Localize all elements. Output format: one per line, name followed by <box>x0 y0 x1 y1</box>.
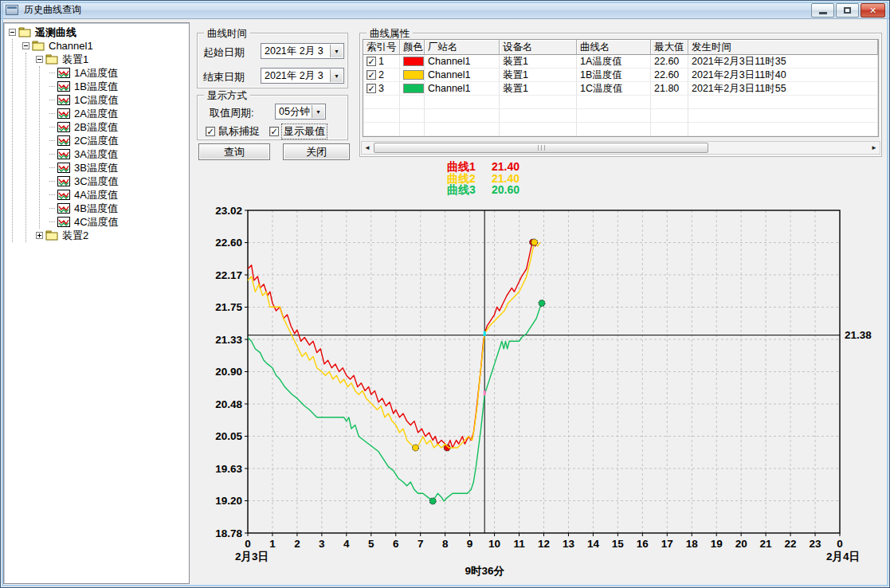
table-row[interactable]: ✓1Channel1装置11A温度值22.602021年2月3日11时35 <box>363 55 878 69</box>
axis-ticks <box>245 210 840 536</box>
history-curve-chart[interactable]: 18.7819.2019.6320.0520.4820.9021.3321.75… <box>202 198 890 587</box>
close-button[interactable]: ✕ <box>861 3 885 18</box>
table-header-曲线名[interactable]: 曲线名 <box>577 40 651 55</box>
show-extremes-option[interactable]: ✓ 显示最值 <box>269 124 327 139</box>
curve-icon <box>57 217 70 227</box>
tree-item-装置2[interactable]: 装置2 <box>36 229 189 242</box>
curve-value-legend: 曲线121.40曲线221.40曲线320.60 <box>447 161 519 196</box>
tree-connector <box>49 208 55 209</box>
tree-item-3A温度值[interactable]: 3A温度值 <box>49 147 189 161</box>
table-header-最大值[interactable]: 最大值 <box>651 40 688 55</box>
table-header-厂站名[interactable]: 厂站名 <box>425 40 500 55</box>
scroll-right-arrow-icon[interactable]: ► <box>868 142 880 154</box>
legend-curve-name: 曲线2 <box>447 173 492 185</box>
table-header-发生时间[interactable]: 发生时间 <box>688 40 878 55</box>
row-device-cell: 装置1 <box>500 55 577 69</box>
table-header-颜色[interactable]: 颜色 <box>400 40 425 55</box>
curve-color-swatch <box>403 84 424 93</box>
period-label: 取值周期: <box>210 106 254 120</box>
row-device-cell: 装置1 <box>500 82 577 96</box>
close-dialog-button[interactable]: 关闭 <box>283 143 350 160</box>
tree-item-2C温度值[interactable]: 2C温度值 <box>49 134 189 147</box>
row-checkbox[interactable]: ✓ <box>367 84 376 93</box>
svg-text:0: 0 <box>837 538 843 550</box>
tree-item-Channel1[interactable]: Channel1 <box>22 39 189 53</box>
tree-item-4C温度值[interactable]: 4C温度值 <box>49 215 189 229</box>
show-extremes-checkbox[interactable]: ✓ <box>269 127 279 136</box>
table-horizontal-scrollbar[interactable]: ◄ ► <box>361 141 880 155</box>
row-index-cell[interactable]: ✓1 <box>363 55 400 69</box>
svg-text:2: 2 <box>294 538 300 550</box>
crosshair-time-label: 9时36分 <box>465 565 504 577</box>
svg-text:11: 11 <box>513 538 525 550</box>
restore-button[interactable] <box>836 3 859 18</box>
end-date-label: 结束日期 <box>203 70 245 84</box>
curve-icon <box>57 122 70 132</box>
row-color-cell <box>400 82 425 96</box>
curve-icon <box>57 81 70 92</box>
start-date-dropdown-arrow-icon[interactable]: ▼ <box>330 45 343 57</box>
tree-item-2A温度值[interactable]: 2A温度值 <box>49 107 189 120</box>
minimize-button[interactable] <box>811 3 834 18</box>
x-axis-labels: 0123456789101112131415161718192021222302… <box>235 538 860 563</box>
folder-icon <box>32 41 45 51</box>
row-index-cell[interactable]: ✓3 <box>363 82 400 96</box>
folder-icon <box>45 54 58 65</box>
row-checkbox[interactable]: ✓ <box>367 57 376 66</box>
tree-item-4A温度值[interactable]: 4A温度值 <box>49 188 189 202</box>
min-marker-曲线2 <box>413 445 419 451</box>
period-dropdown-arrow-icon[interactable]: ▼ <box>312 105 324 118</box>
row-index-cell[interactable]: ✓2 <box>363 69 400 82</box>
tree-expander-icon[interactable] <box>36 56 43 63</box>
curve-icon <box>57 176 70 186</box>
tree-item-1B温度值[interactable]: 1B温度值 <box>49 80 189 93</box>
table-row[interactable]: ✓3Channel1装置11C温度值21.802021年2月3日11时55 <box>363 82 878 96</box>
tree-item-label: 4A温度值 <box>73 188 120 202</box>
curve-icon <box>57 163 70 173</box>
query-button[interactable]: 查询 <box>198 143 270 160</box>
tree-item-label: 3A温度值 <box>73 147 120 162</box>
tree-item-label: 装置2 <box>61 229 90 243</box>
scrollbar-thumb[interactable] <box>374 143 708 153</box>
tree-item-3B温度值[interactable]: 3B温度值 <box>49 161 189 174</box>
folder-icon <box>18 27 31 37</box>
row-device-cell: 装置1 <box>500 69 577 82</box>
end-date-value: 2021年 2月 3 <box>265 69 323 83</box>
mouse-capture-option[interactable]: ✓ 鼠标捕捉 <box>206 124 260 139</box>
tree-item-遥测曲线[interactable]: 遥测曲线 <box>9 25 189 39</box>
end-date-combo[interactable]: 2021年 2月 3 ▼ <box>261 68 344 84</box>
row-checkbox[interactable]: ✓ <box>367 70 376 80</box>
tree-expander-icon[interactable] <box>22 42 29 49</box>
tree-item-装置1[interactable]: 装置1 <box>36 53 189 66</box>
telemetry-curve-tree[interactable]: 遥测曲线Channel1装置11A温度值1B温度值1C温度值2A温度值2B温度值… <box>3 22 190 584</box>
tree-connector <box>49 221 55 222</box>
restore-icon <box>844 7 851 14</box>
tree-item-2B温度值[interactable]: 2B温度值 <box>49 120 189 134</box>
end-date-dropdown-arrow-icon[interactable]: ▼ <box>330 69 343 82</box>
row-time-cell: 2021年2月3日11时35 <box>688 55 878 69</box>
mouse-capture-checkbox[interactable]: ✓ <box>206 127 215 136</box>
svg-text:8: 8 <box>442 538 449 550</box>
tree-item-4B温度值[interactable]: 4B温度值 <box>49 202 189 215</box>
tree-item-1C温度值[interactable]: 1C温度值 <box>49 93 189 107</box>
tree-item-3C温度值[interactable]: 3C温度值 <box>49 174 189 188</box>
svg-text:21: 21 <box>760 538 773 550</box>
tree-expander-icon[interactable] <box>36 232 43 239</box>
tree-item-label: 1B温度值 <box>73 80 120 94</box>
curve-properties-table[interactable]: 索引号颜色厂站名设备名曲线名最大值发生时间✓1Channel1装置11A温度值2… <box>363 39 879 137</box>
svg-text:6: 6 <box>393 538 399 550</box>
tree-item-1A温度值[interactable]: 1A温度值 <box>49 66 189 80</box>
row-max-cell: 21.80 <box>651 82 688 96</box>
svg-text:10: 10 <box>488 538 500 550</box>
period-combo[interactable]: 05分钟 ▼ <box>275 104 326 120</box>
table-row[interactable]: ✓2Channel1装置11B温度值22.602021年2月3日11时40 <box>363 69 878 82</box>
svg-text:22.60: 22.60 <box>215 237 242 249</box>
table-header-索引号[interactable]: 索引号 <box>363 40 400 55</box>
table-header-设备名[interactable]: 设备名 <box>500 40 577 55</box>
curve-icon <box>57 135 70 146</box>
tree-children: 装置11A温度值1B温度值1C温度值2A温度值2B温度值2C温度值3A温度值3B… <box>25 53 189 242</box>
tree-expander-icon[interactable] <box>9 29 16 36</box>
table-header-row: 索引号颜色厂站名设备名曲线名最大值发生时间 <box>363 40 878 55</box>
start-date-combo[interactable]: 2021年 2月 3 ▼ <box>261 43 344 59</box>
scroll-left-arrow-icon[interactable]: ◄ <box>362 142 373 154</box>
